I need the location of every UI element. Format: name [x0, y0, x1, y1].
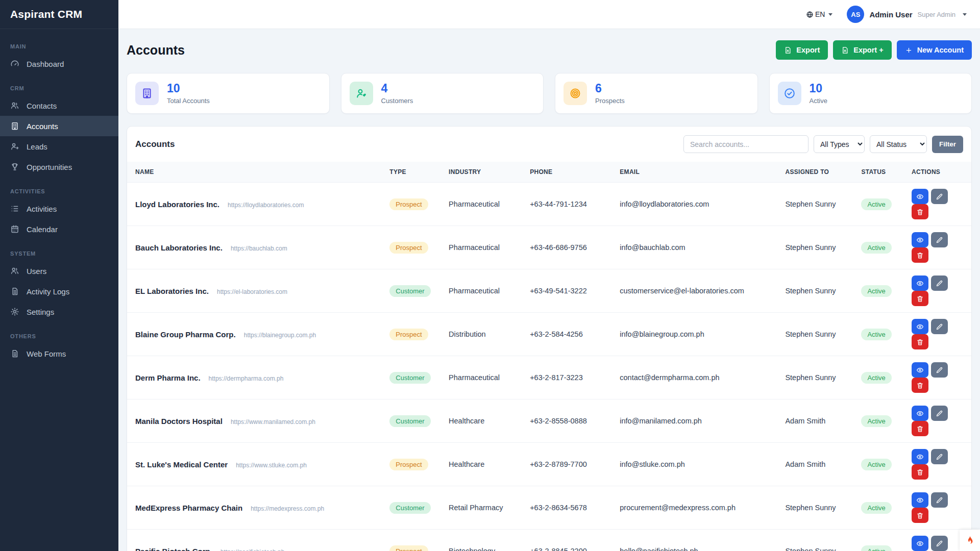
delete-button[interactable]	[912, 334, 928, 349]
export-plus-label: Export +	[853, 46, 883, 54]
pencil-icon	[936, 540, 943, 547]
sidebar-item-web-forms[interactable]: Web Forms	[0, 343, 118, 364]
file-text-icon	[10, 349, 19, 358]
view-button[interactable]	[912, 189, 928, 204]
stat-value: 4	[381, 82, 413, 95]
sidebar-item-contacts[interactable]: Contacts	[0, 95, 118, 116]
filter-button[interactable]: Filter	[932, 136, 963, 153]
eye-icon	[916, 540, 924, 547]
edit-button[interactable]	[931, 319, 948, 334]
sidebar-section: SYSTEM Users Activity Logs Settings	[0, 246, 118, 322]
sidebar-item-settings[interactable]: Settings	[0, 302, 118, 322]
trash-icon	[916, 338, 924, 346]
email-cell: info@manilamed.com.ph	[611, 399, 777, 443]
edit-button[interactable]	[931, 362, 948, 378]
sidebar-item-users[interactable]: Users	[0, 261, 118, 281]
avatar: AS	[847, 6, 864, 23]
sidebar-item-activities[interactable]: Activities	[0, 198, 118, 219]
sidebar-item-calendar[interactable]: Calendar	[0, 219, 118, 239]
sidebar-section-items: Web Forms	[0, 343, 118, 364]
view-button[interactable]	[912, 276, 928, 291]
plus-icon	[905, 46, 913, 54]
sidebar-section-items: Contacts Accounts Leads Opportunities	[0, 95, 118, 177]
table-row: St. Luke's Medical Center https://www.st…	[127, 443, 971, 486]
email-cell: contact@dermpharma.com.ph	[611, 356, 777, 399]
account-website: https://medexpress.com.ph	[251, 505, 324, 512]
industry-cell: Retail Pharmacy	[440, 486, 522, 530]
assigned-to-cell: Stephen Sunny	[777, 356, 853, 399]
sidebar: Aspirant CRM MAIN Dashboard CRM Contacts…	[0, 0, 118, 551]
edit-button[interactable]	[931, 536, 948, 551]
delete-button[interactable]	[912, 464, 928, 480]
delete-button[interactable]	[912, 204, 928, 219]
edit-button[interactable]	[931, 232, 948, 247]
sidebar-item-leads[interactable]: Leads	[0, 136, 118, 157]
pencil-icon	[936, 410, 943, 417]
type-badge: Customer	[389, 502, 430, 514]
topbar: EN AS Admin User Super Admin	[118, 0, 980, 29]
export-button[interactable]: Export	[776, 40, 828, 60]
debug-toolbar[interactable]	[960, 530, 980, 551]
trash-icon	[916, 425, 924, 433]
view-button[interactable]	[912, 449, 928, 464]
table-row: EL Laboratories Inc. https://el-laborato…	[127, 269, 971, 313]
status-badge: Active	[861, 329, 891, 340]
phone-cell: +63-2-817-3223	[522, 356, 611, 399]
export-plus-button[interactable]: Export +	[833, 40, 891, 60]
email-cell: info@lloydlaboratories.com	[611, 183, 777, 226]
user-name: Admin User	[869, 10, 912, 19]
sidebar-item-dashboard[interactable]: Dashboard	[0, 54, 118, 74]
status-filter-select[interactable]: All Status	[870, 135, 927, 153]
delete-button[interactable]	[912, 291, 928, 306]
account-website: https://bauchlab.com	[231, 245, 287, 252]
search-input[interactable]	[683, 135, 808, 153]
stat-label: Total Accounts	[167, 97, 210, 105]
phone-cell: +63-2-584-4256	[522, 313, 611, 356]
view-button[interactable]	[912, 362, 928, 378]
new-account-button[interactable]: New Account	[897, 40, 972, 60]
eye-icon	[916, 193, 924, 201]
row-actions	[903, 226, 971, 269]
stats-row: 10 Total Accounts 4 Customers 6 Prospect…	[127, 73, 972, 114]
sidebar-item-opportunities[interactable]: Opportunities	[0, 157, 118, 177]
list-icon	[10, 204, 19, 213]
view-button[interactable]	[912, 406, 928, 421]
type-filter-select[interactable]: All Types	[814, 135, 865, 153]
user-menu[interactable]: AS Admin User Super Admin	[847, 6, 967, 23]
type-badge: Customer	[389, 285, 430, 297]
account-name: Lloyd Laboratories Inc.	[135, 200, 219, 209]
view-button[interactable]	[912, 232, 928, 247]
type-badge: Customer	[389, 372, 430, 384]
delete-button[interactable]	[912, 378, 928, 393]
status-badge: Active	[861, 415, 891, 427]
email-cell: info@stluke.com.ph	[611, 443, 777, 486]
delete-button[interactable]	[912, 421, 928, 436]
language-selector[interactable]: EN	[806, 10, 832, 18]
delete-button[interactable]	[912, 508, 928, 523]
view-button[interactable]	[912, 536, 928, 551]
edit-button[interactable]	[931, 406, 948, 421]
column-header-name: NAME	[127, 162, 381, 183]
column-header-email: EMAIL	[611, 162, 777, 183]
edit-button[interactable]	[931, 189, 948, 204]
edit-button[interactable]	[931, 492, 948, 508]
row-actions	[903, 399, 971, 443]
page-head: Accounts Export Export + New Account	[127, 40, 972, 60]
edit-button[interactable]	[931, 449, 948, 464]
delete-button[interactable]	[912, 247, 928, 263]
edit-button[interactable]	[931, 276, 948, 291]
view-button[interactable]	[912, 492, 928, 508]
account-website: https://www.stluke.com.ph	[236, 462, 307, 469]
sidebar-item-activity-logs[interactable]: Activity Logs	[0, 281, 118, 302]
eye-icon	[916, 496, 924, 504]
sidebar-section-items: Dashboard	[0, 54, 118, 74]
account-name: EL Laboratories Inc.	[135, 287, 209, 295]
user-role: Super Admin	[918, 11, 955, 18]
eye-icon	[916, 410, 924, 417]
sidebar-item-accounts[interactable]: Accounts	[0, 116, 118, 136]
trash-icon	[916, 512, 924, 519]
view-button[interactable]	[912, 319, 928, 334]
users-icon	[10, 101, 19, 110]
stat-value: 10	[167, 82, 210, 95]
assigned-to-cell: Adam Smith	[777, 399, 853, 443]
